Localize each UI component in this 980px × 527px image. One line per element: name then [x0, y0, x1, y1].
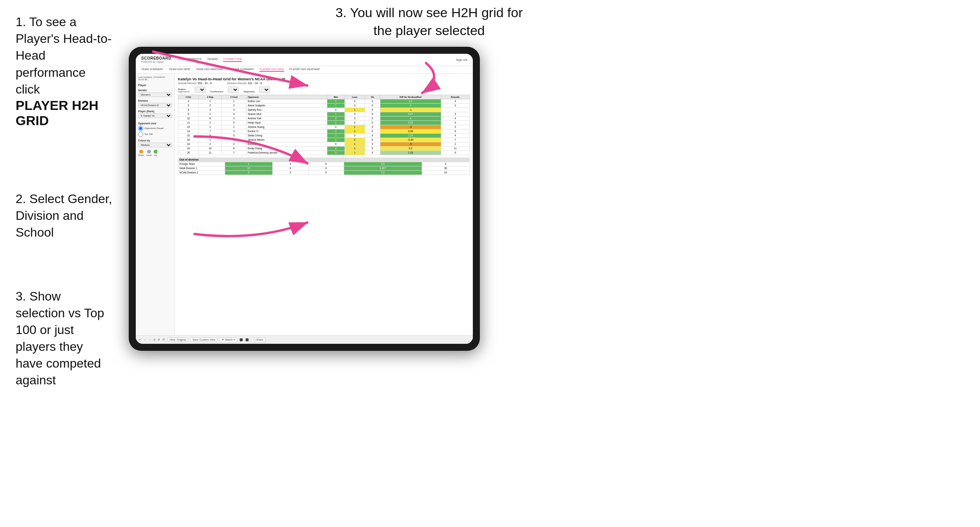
table-row: 9 1 4 Sharon Mun 1 0 0 3.67 3 — [178, 112, 470, 116]
opponent-filter-section: Opponent — [243, 90, 254, 93]
overall-record: Overall Record: 353 - 34 - 6 — [178, 82, 211, 85]
subnav-player-h2h-grid[interactable]: PLAYER H2H GRID — [259, 68, 284, 72]
col-div: # Div — [178, 95, 199, 99]
division-record: Division Record: 331 - 34 - 6 — [227, 82, 262, 85]
navbar: SCOREBOARD Powered by clippd TOURNAMENTS… — [136, 54, 473, 66]
subnav-team-h2h-grid[interactable]: TEAM H2H GRID — [169, 68, 190, 72]
colour-by-select[interactable]: Win/loss — [138, 143, 172, 147]
legend-level: Level — [146, 154, 151, 156]
col-tie: Tie — [365, 95, 380, 99]
step2-text: 2. Select Gender, Division and School — [16, 191, 113, 241]
table-row: 3 1 1 Esther Lee 1 0 0 1.5 4 — [178, 99, 470, 103]
sign-out[interactable]: Sign out — [456, 58, 467, 62]
table-row: 14 7 4 Eunice Yi 2 2 0 0.38 9 — [178, 129, 470, 133]
table-row: 15 8 5 Stella Cheng 1 0 0 1.25 4 — [178, 133, 470, 138]
grid-area: Katelyn Vo Head-to-Head Grid for Women's… — [175, 74, 473, 340]
colour-by-section: Colour by Win/loss — [138, 139, 172, 147]
filter-row: Region Opponents: (All) Conference (All)… — [178, 87, 470, 93]
subnav-team-h2h-heatmap[interactable]: TEAM H2H HEATMAP — [196, 68, 224, 72]
toolbar-extra1[interactable]: ⬛ — [240, 338, 243, 341]
legend: Down Level Up — [138, 150, 172, 156]
brand-name: SCOREBOARD — [141, 56, 171, 60]
toolbar-forward[interactable]: → — [149, 338, 151, 341]
legend-down: Down — [138, 154, 144, 156]
nav-tournaments[interactable]: TOURNAMENTS — [178, 57, 202, 62]
opponents-filter-select[interactable]: (All) — [195, 87, 206, 93]
sign-out-text[interactable]: Sign out — [456, 58, 467, 62]
col-win: Win — [327, 95, 344, 99]
gender-select[interactable]: Women's — [138, 92, 172, 97]
ood-table-row: NAIA Division 1 15 0 0 9.267 30 — [178, 166, 470, 170]
sidebar: Last Updated: 27/03/202416:55:38 Player … — [136, 74, 175, 340]
player-section: Player — [138, 84, 172, 87]
col-reg: # Reg — [199, 95, 222, 99]
player-rank-select[interactable]: 8. Katelyn Vo — [138, 113, 172, 118]
opponent-filter-label: Opponent — [243, 90, 254, 93]
table-row: 18 2 2 Euna Lee 0 1 0 -5 2 — [178, 142, 470, 146]
opponent-view-label: Opponent view — [138, 122, 172, 125]
opponent-filter-select[interactable]: (All) — [259, 87, 270, 93]
toolbar-save-custom[interactable]: Save Custom View — [190, 338, 217, 342]
subnav-player-h2h-heatmap[interactable]: PLAYER H2H HEATMAP — [289, 68, 320, 72]
step3-right-text: 3. You will now see H2H grid for the pla… — [336, 5, 523, 38]
toolbar-back[interactable]: ← — [144, 338, 146, 341]
conference-filter-label: Conference — [210, 90, 223, 93]
col-rounds: Rounds — [441, 95, 469, 99]
step3-left-block: 3. Show selection vs Top 100 or just pla… — [16, 288, 113, 389]
opponent-view-section: Opponent view Opponents Played Top 100 — [138, 122, 172, 137]
step2-block: 2. Select Gender, Division and School — [16, 191, 113, 241]
out-of-division-header: Out of division — [178, 157, 470, 162]
subnav-player-summary[interactable]: PLAYER SUMMARY — [229, 68, 254, 72]
out-of-division-table: Foreign Team 1 0 0 4.5 2 NAIA Division 1… — [178, 162, 470, 175]
brand: SCOREBOARD Powered by clippd — [141, 56, 171, 64]
table-row: 16 1 3 Jessica Mason 1 2 0 -0.94 7 — [178, 138, 470, 142]
colour-by-label: Colour by — [138, 139, 172, 142]
toolbar-watch[interactable]: 👁 Watch ▾ — [220, 338, 237, 342]
subnav-team-summary[interactable]: TEAM SUMMARY — [141, 68, 163, 72]
player-rank-label: Player (Rank) — [138, 110, 172, 113]
toolbar-copy[interactable]: ⎘ — [154, 338, 155, 341]
conference-filter-select[interactable]: (All) — [228, 87, 239, 93]
opponents-played-option[interactable]: Opponents Played — [138, 126, 172, 131]
col-loss: Loss — [344, 95, 365, 99]
division-label: Division — [138, 99, 172, 102]
instructions-left: 1. To see a Player's Head-to-Head perfor… — [4, 6, 125, 409]
main-content: Last Updated: 27/03/202416:55:38 Player … — [136, 74, 473, 340]
nav-links: TOURNAMENTS TEAMS COMMITTEE — [178, 57, 242, 62]
region-filter-section: Region Opponents: — [178, 88, 190, 93]
step1-text: 1. To see a Player's Head-to-Head perfor… — [16, 14, 113, 98]
ood-table-row: Foreign Team 1 0 0 4.5 2 — [178, 162, 470, 166]
table-row: 19 10 6 Emily Chang 4 1 0 0.3 11 — [178, 146, 470, 150]
toolbar-extra2[interactable]: ⬛ — [245, 338, 249, 341]
table-row: 5 2 2 Alexis Sudjanto 1 0 0 4 3 — [178, 103, 470, 108]
grid-records: Overall Record: 353 - 34 - 6 Division Re… — [178, 82, 470, 85]
subnav: TEAM SUMMARY TEAM H2H GRID TEAM H2H HEAT… — [136, 66, 473, 74]
table-row: 11 2 5 Heejo Hyun 1 0 0 3.33 3 — [178, 120, 470, 125]
top100-option[interactable]: Top 100 — [138, 132, 172, 137]
division-section: Division NCAA Division III — [138, 99, 172, 108]
step3-right-block: 3. You will now see H2H grid for the pla… — [332, 4, 527, 40]
nav-committee[interactable]: COMMITTEE — [223, 57, 242, 62]
table-row: 6 3 3 Sydney Kuo 0 1 0 -1 — [178, 108, 470, 112]
toolbar-share[interactable]: ⬡ Share — [251, 338, 266, 342]
table-row: 20 11 7 Federica Domecq Lacroze 2 1 0 1.… — [178, 150, 470, 155]
gender-label: Gender — [138, 89, 172, 92]
toolbar-refresh[interactable]: ↺ — [158, 338, 160, 341]
powered-by: Powered by clippd — [141, 60, 171, 64]
opponents-label: Opponents: — [178, 90, 190, 93]
step1-bold: PLAYER H2H GRID — [16, 98, 113, 128]
last-updated: Last Updated: 27/03/202416:55:38 — [138, 76, 172, 81]
col-diff: Diff Av Strokes/Rnd — [380, 95, 441, 99]
tablet: SCOREBOARD Powered by clippd TOURNAMENTS… — [129, 47, 480, 351]
legend-up: Up — [154, 154, 157, 156]
grid-title: Katelyn Vo Head-to-Head Grid for Women's… — [178, 77, 470, 81]
table-row: 13 1 1 Jessica Huang 0 1 0 -3 2 — [178, 125, 470, 129]
toolbar: ↩ ← → ⎘ ↺ ⏱ View: Original Save Custom V… — [136, 335, 473, 344]
toolbar-view-original[interactable]: View: Original — [167, 338, 188, 342]
col-opponent: Opponent — [246, 95, 327, 99]
tablet-screen: SCOREBOARD Powered by clippd TOURNAMENTS… — [136, 54, 473, 344]
nav-teams[interactable]: TEAMS — [207, 57, 218, 62]
toolbar-timer[interactable]: ⏱ — [162, 338, 165, 341]
division-select[interactable]: NCAA Division III — [138, 103, 172, 108]
toolbar-undo[interactable]: ↩ — [139, 338, 141, 341]
